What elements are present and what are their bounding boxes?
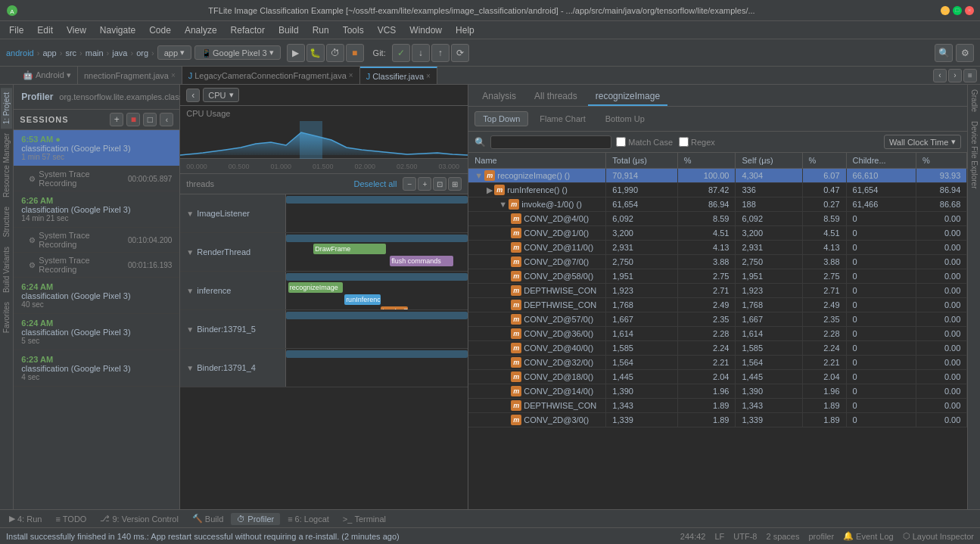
search-input[interactable] (490, 135, 611, 149)
table-row[interactable]: mCONV_2D@4/0()6,0928.596,0928.5900.00 (468, 212, 967, 226)
table-row[interactable]: mCONV_2D@58/0()1,9512.751,9512.7500.00 (468, 269, 967, 284)
tab-list[interactable]: ≡ (963, 69, 977, 82)
tab-nav-forward[interactable]: › (948, 69, 962, 82)
debug-button[interactable]: 🐛 (306, 44, 325, 62)
thread-collapse-icon[interactable]: ▼ (186, 364, 194, 372)
tab-classifier[interactable]: J Classifier.java × (360, 67, 437, 84)
far-left-tab-resource-manager[interactable]: Resource Manager (1, 129, 12, 202)
git-update-button[interactable]: ↓ (412, 44, 430, 62)
table-header-total---s-[interactable]: Total (μs) (606, 153, 678, 169)
analysis-tab-all-threads[interactable]: All threads (527, 88, 585, 106)
table-row[interactable]: mCONV_2D@11/0()2,9314.132,9314.1300.00 (468, 241, 967, 255)
tab-nav-back[interactable]: ‹ (933, 69, 947, 82)
device-dropdown[interactable]: 📱 Google Pixel 3 ▾ (194, 45, 281, 60)
table-row[interactable]: mDEPTHWISE_CON1,9232.711,9232.7100.00 (468, 284, 967, 298)
table-header--[interactable]: % (916, 153, 966, 169)
table-row[interactable]: ▼mrecognizeImage() ()70,914100.004,3046.… (468, 169, 967, 183)
git-history-button[interactable]: ⟳ (451, 44, 469, 62)
thread-collapse-icon[interactable]: ▼ (186, 248, 194, 256)
deselect-all-button[interactable]: Deselect all (353, 179, 397, 188)
table-header-self---s-[interactable]: Self (μs) (736, 153, 802, 169)
menu-item-window[interactable]: Window (403, 23, 448, 37)
view-tab-bottom-up[interactable]: Bottom Up (597, 111, 653, 126)
frame-btn[interactable]: ⊞ (448, 177, 462, 191)
minimize-button[interactable]: − (941, 6, 950, 15)
breadcrumb-android[interactable]: android (6, 48, 34, 58)
table-header-childre---[interactable]: Childre... (846, 153, 916, 169)
table-row[interactable]: mCONV_2D@32/0()1,5642.211,5642.2100.00 (468, 356, 967, 370)
git-push-button[interactable]: ↑ (431, 44, 450, 62)
tab-connection-fragment[interactable]: nnectionFragment.java × (78, 67, 182, 84)
bottom-tab-build[interactable]: 🔨 Build (186, 512, 229, 525)
add-session-button[interactable]: + (110, 113, 123, 126)
cpu-dropdown[interactable]: CPU ▾ (203, 88, 238, 102)
run-button[interactable]: ▶ (287, 44, 305, 62)
table-row[interactable]: mCONV_2D@18/0()1,4452.041,4452.0400.00 (468, 370, 967, 384)
cpu-nav-back[interactable]: ‹ (186, 89, 200, 102)
table-row[interactable]: ▶mrunInference() ()61,99087.423360.4761,… (468, 183, 967, 197)
app-dropdown[interactable]: app ▾ (157, 45, 191, 60)
close-button[interactable]: × (965, 6, 974, 15)
menu-item-code[interactable]: Code (143, 23, 177, 37)
session-sub-1-1[interactable]: ⚙ System Trace Recording 00:01:16.193 (14, 253, 179, 278)
back-button[interactable]: ‹ (160, 113, 173, 126)
session-item-1[interactable]: 6:26 AMclassification (Google Pixel 3)14… (14, 191, 179, 228)
bottom-tab-profiler[interactable]: ⏱ Profiler (231, 513, 280, 525)
menu-item-run[interactable]: Run (306, 23, 335, 37)
breadcrumb-src[interactable]: src (65, 48, 76, 58)
table-header--[interactable]: % (802, 153, 846, 169)
thread-label-4[interactable]: ▼ Binder:13791_4 (180, 349, 286, 387)
charset[interactable]: UTF-8 (733, 532, 757, 541)
tab-legacy-camera[interactable]: J LegacyCameraConnectionFragment.java × (182, 67, 360, 84)
time-dropdown[interactable]: Wall Clock Time ▾ (884, 135, 961, 149)
session-item-3[interactable]: 6:24 AMclassification (Google Pixel 3)5 … (14, 314, 179, 350)
menu-item-tools[interactable]: Tools (337, 23, 370, 37)
layout-inspector-button[interactable]: ⬡Layout Inspector (903, 531, 974, 541)
bottom-tab-6--logcat[interactable]: ≡ 6: Logcat (282, 513, 335, 525)
session-sub-1-0[interactable]: ⚙ System Trace Recording 00:10:04.200 (14, 228, 179, 253)
fit-btn[interactable]: ⊡ (433, 177, 446, 191)
breadcrumb-app[interactable]: app (42, 48, 56, 58)
menu-item-refactor[interactable]: Refactor (225, 23, 271, 37)
search-everywhere-button[interactable]: 🔍 (935, 44, 953, 62)
line-ending[interactable]: LF (714, 532, 724, 541)
far-left-tab-build-variants[interactable]: Build Variants (1, 242, 12, 297)
breadcrumb-main[interactable]: main (86, 48, 104, 58)
android-tab[interactable]: 🤖 Android ▾ (17, 67, 78, 84)
table-row[interactable]: mCONV_2D@40/0()1,5852.241,5852.2400.00 (468, 341, 967, 356)
regex-checkbox[interactable]: Regex (679, 137, 715, 147)
table-row[interactable]: ▼minvoke@-1/0() ()61,65486.941880.2761,4… (468, 197, 967, 212)
thread-collapse-icon[interactable]: ▼ (186, 287, 194, 295)
analysis-tab-recognizeimage[interactable]: recognizeImage (588, 88, 667, 106)
menu-item-file[interactable]: File (3, 23, 30, 37)
thread-track-3[interactable] (286, 310, 468, 348)
thread-collapse-icon[interactable]: ▼ (186, 210, 194, 218)
zoom-out-btn[interactable]: − (403, 177, 416, 191)
git-check-button[interactable]: ✓ (392, 44, 410, 62)
far-left-tab-favorites[interactable]: Favorites (1, 297, 12, 337)
thread-track-2[interactable]: recognizeImagerunInferenceinvoke@-1/0CON… (286, 272, 468, 309)
track-bar-2-0[interactable]: recognizeImage (288, 282, 343, 293)
view-tab-flame-chart[interactable]: Flame Chart (531, 111, 594, 126)
expand-icon[interactable]: ▼ (499, 200, 507, 209)
table-header--[interactable]: % (677, 153, 736, 169)
stop-session-button[interactable]: ■ (126, 113, 140, 126)
breadcrumb-org[interactable]: org (136, 48, 148, 58)
expand-icon[interactable]: ▶ (487, 185, 493, 195)
table-row[interactable]: mCONV_2D@7/0()2,7503.882,7503.8800.00 (468, 255, 967, 269)
match-case-checkbox[interactable]: Match Case (616, 137, 673, 147)
maximize-button[interactable]: □ (953, 6, 962, 15)
table-header-name[interactable]: Name (468, 153, 606, 169)
thread-label-2[interactable]: ▼ inference (180, 272, 286, 309)
far-left-tab-structure[interactable]: Structure (1, 202, 12, 242)
zoom-in-btn[interactable]: + (418, 177, 431, 191)
settings-button[interactable]: ⚙ (956, 44, 974, 62)
table-row[interactable]: mDEPTHWISE_CON1,3431.891,3431.8900.00 (468, 399, 967, 413)
indent[interactable]: 2 spaces (766, 532, 799, 541)
breadcrumb-java[interactable]: java (112, 48, 127, 58)
table-row[interactable]: mDEPTHWISE_CON1,7682.491,7682.4900.00 (468, 298, 967, 312)
menu-item-analyze[interactable]: Analyze (179, 23, 223, 37)
far-left-tab-1:-project[interactable]: 1: Project (1, 88, 12, 129)
track-bar-2-2[interactable]: invoke@-1/0 (381, 306, 408, 309)
table-row[interactable]: mCONV_2D@3/0()1,3391.891,3391.8900.00 (468, 413, 967, 427)
